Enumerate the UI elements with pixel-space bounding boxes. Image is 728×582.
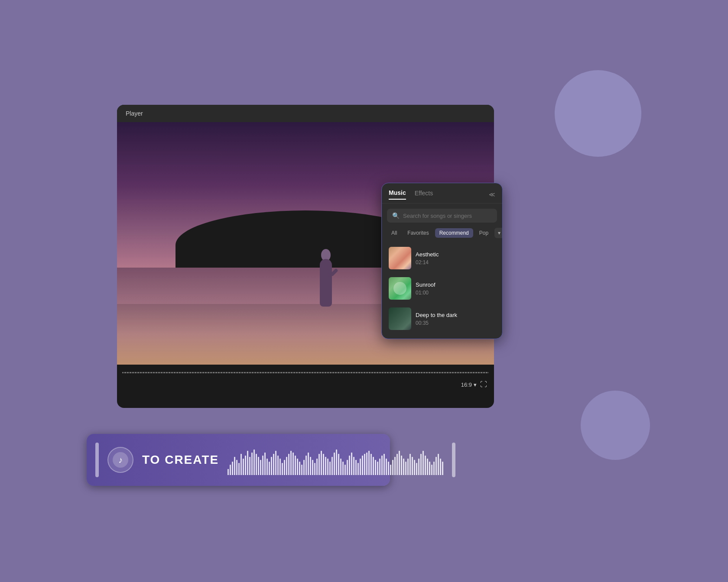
- song-name-aesthetic: Aesthetic: [416, 251, 495, 258]
- player-controls-bar: 16:9 ▾ ⛶: [454, 377, 494, 392]
- waveform: [228, 445, 443, 475]
- thumb-aesthetic-img: [389, 247, 411, 269]
- track-label: TO CREATE: [142, 453, 219, 467]
- thumb-deep-img: [389, 307, 411, 330]
- figure-body: [320, 259, 332, 307]
- song-info-sunroof: Sunroof 01:00: [416, 281, 495, 296]
- music-note-icon: ♪: [118, 455, 123, 465]
- tab-effects[interactable]: Effects: [415, 190, 433, 199]
- thumb-sunroof-img: [389, 277, 411, 300]
- player-device: Player 16:9 ▾ ⛶: [117, 105, 494, 408]
- song-duration-aesthetic: 02:14: [416, 259, 495, 265]
- filter-more-dropdown[interactable]: ▾: [494, 228, 503, 238]
- tab-music[interactable]: Music: [389, 189, 406, 200]
- timeline-bar[interactable]: [122, 372, 489, 373]
- music-filter: All Favorites Recommend Pop ▾: [382, 226, 502, 242]
- song-info-aesthetic: Aesthetic 02:14: [416, 251, 495, 265]
- track-handle-right[interactable]: [452, 443, 455, 477]
- ratio-button[interactable]: 16:9 ▾: [461, 382, 477, 388]
- music-panel: Music Effects ≪ 🔍 All Favorites Recommen…: [381, 183, 503, 339]
- search-input[interactable]: [403, 213, 492, 219]
- song-info-deep: Deep to the dark 00:35: [416, 312, 495, 326]
- player-titlebar: Player: [117, 105, 494, 122]
- music-track-bar[interactable]: ♪ TO CREATE: [87, 434, 390, 486]
- scene-figure: [313, 246, 339, 307]
- song-item-aesthetic[interactable]: Aesthetic 02:14: [385, 243, 499, 273]
- song-duration-sunroof: 01:00: [416, 290, 495, 296]
- filter-recommend[interactable]: Recommend: [435, 228, 473, 238]
- fullscreen-icon: ⛶: [480, 381, 487, 388]
- song-item-sunroof[interactable]: Sunroof 01:00: [385, 274, 499, 303]
- player-timeline[interactable]: [117, 365, 494, 380]
- music-panel-header: Music Effects ≪: [382, 183, 502, 204]
- collapse-button[interactable]: ≪: [489, 191, 495, 198]
- timeline-dots: [122, 372, 489, 373]
- song-thumbnail-aesthetic: [389, 247, 411, 269]
- song-name-sunroof: Sunroof: [416, 281, 495, 288]
- track-icon-inner: ♪: [113, 452, 128, 468]
- filter-all[interactable]: All: [387, 228, 401, 238]
- blob-bottom-right: [581, 391, 650, 460]
- track-handle-left[interactable]: [95, 443, 99, 477]
- filter-pop[interactable]: Pop: [475, 228, 493, 238]
- search-icon: 🔍: [392, 212, 400, 219]
- ratio-chevron-icon: ▾: [474, 382, 477, 388]
- song-item-deep[interactable]: Deep to the dark 00:35: [385, 304, 499, 333]
- track-icon: ♪: [107, 447, 133, 473]
- filter-favorites[interactable]: Favorites: [403, 228, 433, 238]
- song-duration-deep: 00:35: [416, 320, 495, 326]
- ratio-label: 16:9: [461, 382, 472, 388]
- outer-bg: Player 16:9 ▾ ⛶: [61, 53, 667, 529]
- music-search: 🔍: [387, 209, 497, 223]
- fullscreen-button[interactable]: ⛶: [480, 381, 487, 388]
- song-name-deep: Deep to the dark: [416, 312, 495, 318]
- player-title: Player: [126, 110, 143, 117]
- song-list: Aesthetic 02:14 Sunroof 01:00: [382, 242, 502, 339]
- song-thumbnail-deep: [389, 307, 411, 330]
- blob-top-right: [555, 70, 641, 157]
- song-thumbnail-sunroof: [389, 277, 411, 300]
